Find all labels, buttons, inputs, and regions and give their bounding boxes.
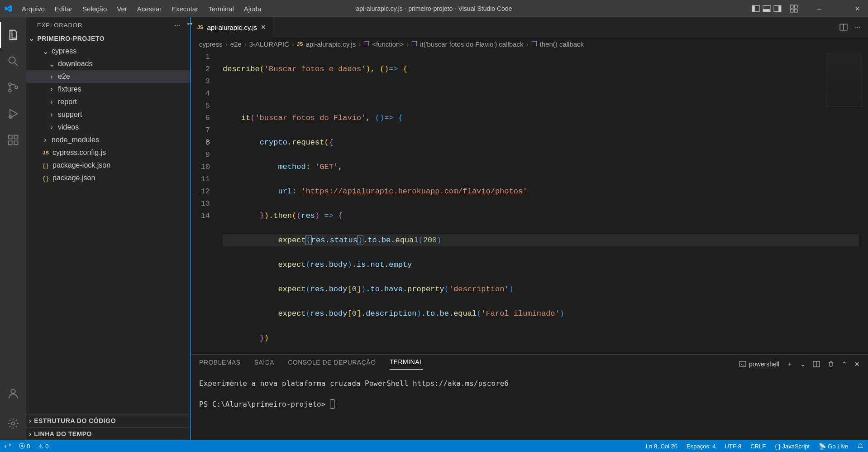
menu-ver[interactable]: Ver [112,2,132,15]
svg-rect-7 [794,5,797,8]
tab-api-alurapic[interactable]: JS api-alurapic.cy.js ✕ [191,17,273,37]
menu-editar[interactable]: Editar [50,2,77,15]
window-minimize-icon[interactable]: ─ [812,4,826,13]
folder-node-modules[interactable]: ›node_modules [26,134,190,146]
minimap[interactable] [826,53,862,107]
js-file-icon: JS [297,41,303,47]
svg-rect-18 [9,141,12,144]
layout-toggle-panel-icon[interactable] [762,4,771,13]
tree-label: fixtures [58,85,81,93]
activity-bar [0,17,26,440]
status-encoding[interactable]: UTF-8 [725,443,741,450]
project-section-header[interactable]: ⌄ PRIMEIRO-PROJETO [26,33,190,44]
svg-rect-3 [763,9,770,12]
outline-section-header[interactable]: › ESTRUTURA DO CÓDIGO [26,414,190,427]
activity-run-debug-icon[interactable] [0,101,26,127]
menu-acessar[interactable]: Acessar [133,2,166,15]
folder-e2e[interactable]: ›e2e [26,70,190,83]
sidebar-more-icon[interactable]: ⋯ [174,22,181,29]
status-errors[interactable]: ⓧ 0 [19,442,30,450]
menu-ajuda[interactable]: Ajuda [239,2,266,15]
breadcrumb-item[interactable]: api-alurapic.cy.js [306,40,356,48]
activity-source-control-icon[interactable] [0,74,26,101]
panel-maximize-icon[interactable]: ⌃ [842,361,847,368]
resize-handle-icon[interactable]: ↔ [186,19,194,29]
activity-search-icon[interactable] [0,48,26,74]
tree-label: package.json [52,174,95,182]
split-editor-icon[interactable] [839,23,848,31]
chevron-right-icon: › [29,430,31,438]
terminal-cursor-icon [330,399,334,409]
menu-executar[interactable]: Executar [167,2,203,15]
code-content[interactable]: describe('Buscar fotos e dados'), ()=> {… [223,51,868,354]
terminal-trash-icon[interactable] [827,361,835,368]
chevron-right-icon: › [48,72,55,81]
symbol-icon: ❒ [411,40,417,48]
breadcrumb-item[interactable]: it('buscar fotos do Flavio') callback [420,40,523,48]
window-close-icon[interactable]: ✕ [850,4,864,13]
menu-terminal[interactable]: Terminal [204,2,238,15]
tree-label: cypress [52,47,76,55]
status-go-live[interactable]: 📡 Go Live [819,443,848,450]
layout-toggle-sidebar-icon[interactable] [751,4,760,13]
layout-toggle-secondary-icon[interactable] [773,4,782,13]
activity-accounts-icon[interactable] [0,380,26,407]
status-language[interactable]: { } JavaScript [775,443,810,450]
bottom-panel: PROBLEMAS SAÍDA CONSOLE DE DEPURAÇÃO TER… [191,354,868,440]
status-warnings[interactable]: ⚠ 0 [38,443,48,450]
panel-tab-debug-console[interactable]: CONSOLE DE DEPURAÇÃO [288,359,376,370]
terminal-shell-selector[interactable]: powershell [739,361,779,368]
folder-downloads[interactable]: ⌄downloads [26,58,190,70]
breadcrumb-item[interactable]: cypress [199,40,223,48]
window-maximize-icon[interactable] [831,4,845,13]
file-package-lock[interactable]: { }package-lock.json [26,159,190,172]
folder-report[interactable]: ›report [26,96,190,108]
tree-label: support [58,111,82,119]
panel-tab-terminal[interactable]: TERMINAL [390,358,424,370]
breadcrumb-item[interactable]: then() callback [540,40,584,48]
status-eol[interactable]: CRLF [750,443,766,450]
folder-support[interactable]: ›support [26,108,190,121]
vscode-logo-icon [4,4,13,13]
folder-fixtures[interactable]: ›fixtures [26,83,190,96]
breadcrumb[interactable]: cypress› e2e› 3-ALURAPIC› JS api-alurapi… [191,37,868,51]
activity-settings-icon[interactable] [0,410,26,437]
folder-videos[interactable]: ›videos [26,121,190,134]
terminal-dropdown-icon[interactable]: ⌄ [800,361,806,368]
layout-customize-icon[interactable] [789,4,798,13]
breadcrumb-item[interactable]: 3-ALURAPIC [249,40,289,48]
activity-extensions-icon[interactable] [0,127,26,153]
file-cypress-config[interactable]: JScypress.config.js [26,146,190,159]
terminal-split-icon[interactable] [813,361,820,368]
code-editor[interactable]: 1 2 3 4 5 6 7 8 9 10 11 12 13 14 describ… [191,51,868,354]
file-package-json[interactable]: { }package.json [26,172,190,184]
chevron-right-icon: › [48,123,55,131]
tree-label: node_modules [52,136,99,144]
js-file-icon: JS [42,150,50,155]
activity-explorer-icon[interactable] [0,22,26,48]
tab-close-icon[interactable]: ✕ [261,24,266,31]
terminal-prompt-line: PS C:\Alura\primeiro-projeto> [199,399,860,410]
status-remote-icon[interactable] [5,443,11,449]
panel-close-icon[interactable]: ✕ [854,361,860,368]
svg-rect-25 [739,361,746,366]
editor-more-icon[interactable]: ⋯ [855,24,861,31]
chevron-down-icon: ⌄ [48,60,55,68]
folder-cypress[interactable]: ⌄cypress [26,45,190,58]
panel-tab-problems[interactable]: PROBLEMAS [199,359,241,370]
terminal[interactable]: Experimente a nova plataforma cruzada Po… [191,370,868,440]
panel-tab-output[interactable]: SAÍDA [254,359,275,370]
tree-label: package-lock.json [52,161,110,169]
terminal-line: Experimente a nova plataforma cruzada Po… [199,378,860,389]
status-notifications-icon[interactable] [857,443,863,449]
json-file-icon: { } [42,162,50,169]
tree-label: cypress.config.js [52,149,106,157]
terminal-new-icon[interactable]: ＋ [787,360,793,368]
menu-arquivo[interactable]: Arquivo [17,2,49,15]
menu-selecao[interactable]: Seleção [78,2,111,15]
timeline-section-header[interactable]: › LINHA DO TEMPO [26,427,190,440]
status-spaces[interactable]: Espaços: 4 [687,443,715,450]
breadcrumb-item[interactable]: <function> [372,40,404,48]
status-line-col[interactable]: Ln 8, Col 26 [646,443,677,450]
breadcrumb-item[interactable]: e2e [230,40,242,48]
